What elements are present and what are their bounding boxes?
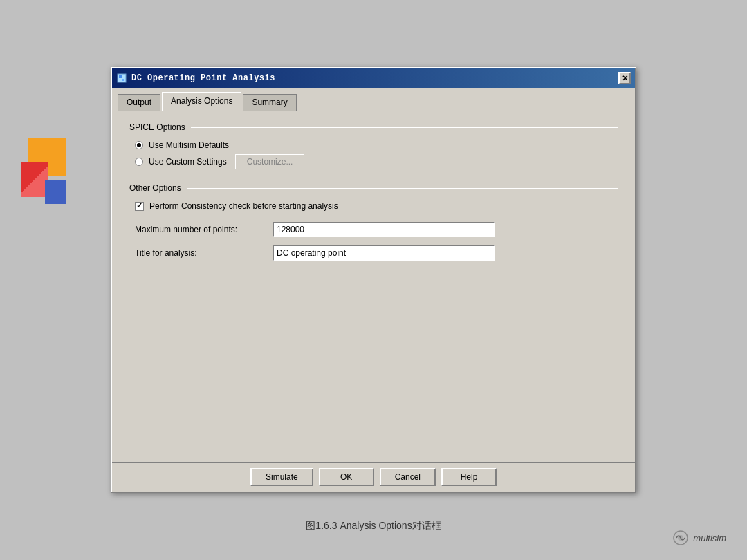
svg-rect-1 [119,75,122,78]
figure-caption: 图1.6.3 Analysis Options对话框 [306,520,441,532]
max-points-label: Maximum number of points: [135,225,273,234]
dialog-title: DC Operating Point Analysis [131,73,275,83]
max-points-row: Maximum number of points: [135,222,618,237]
tab-analysis-options[interactable]: Analysis Options [162,92,241,111]
other-section-line [187,188,618,189]
content-area: SPICE Options Use Multisim Defaults Use … [118,111,629,456]
button-bar: Simulate OK Cancel Help [112,462,635,492]
spice-section-line [191,127,618,128]
use-multisim-defaults-label[interactable]: Use Multisim Defaults [149,140,229,150]
use-custom-settings-radio[interactable] [135,158,143,166]
use-multisim-defaults-row: Use Multisim Defaults [135,140,618,150]
title-for-analysis-row: Title for analysis: [135,245,618,261]
spice-options-label: SPICE Options [129,122,185,132]
app-icon [116,73,127,84]
use-custom-settings-row: Use Custom Settings Customize... [135,154,618,169]
tab-output[interactable]: Output [118,94,160,111]
dialog-window: DC Operating Point Analysis ✕ Output Ana… [111,67,636,493]
spice-options-section-header: SPICE Options [129,122,618,132]
background-decoration [21,138,76,221]
multisim-logo: multisim [672,530,726,546]
ok-button[interactable]: OK [319,468,374,486]
other-options-label: Other Options [129,183,181,193]
consistency-check-label[interactable]: Perform Consistency check before startin… [149,201,338,211]
title-for-analysis-label: Title for analysis: [135,248,273,258]
title-bar-left: DC Operating Point Analysis [116,73,275,84]
use-multisim-defaults-radio[interactable] [135,141,143,149]
consistency-check-checkbox[interactable] [135,202,144,211]
tab-bar: Output Analysis Options Summary [112,88,635,111]
tab-summary[interactable]: Summary [243,94,296,111]
title-bar: DC Operating Point Analysis ✕ [112,68,635,88]
multisim-icon [672,530,689,546]
multisim-label: multisim [693,533,726,543]
other-options-section-header: Other Options [129,183,618,193]
help-button[interactable]: Help [441,468,497,486]
max-points-input[interactable] [273,222,495,237]
consistency-check-row: Perform Consistency check before startin… [135,201,618,211]
title-for-analysis-input[interactable] [273,245,495,261]
close-button[interactable]: ✕ [618,72,631,84]
simulate-button[interactable]: Simulate [250,468,313,486]
customize-button[interactable]: Customize... [235,154,305,169]
spice-radio-group: Use Multisim Defaults Use Custom Setting… [135,140,618,169]
cancel-button[interactable]: Cancel [380,468,436,486]
svg-rect-2 [122,79,124,81]
use-custom-settings-label[interactable]: Use Custom Settings [149,157,227,167]
